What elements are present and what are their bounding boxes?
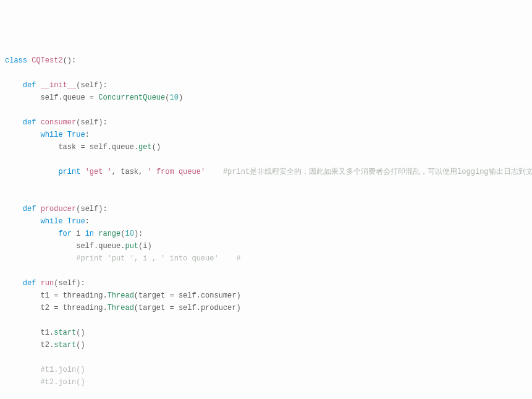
assign-t1: t1 = threading.Thread(target = self.cons… (5, 290, 532, 302)
fn-run: run (41, 279, 54, 288)
while-true-1: while True: (5, 129, 532, 141)
code-block: class CQTest2(): def __init__(self): sel… (5, 54, 532, 399)
kw-while: while (41, 131, 63, 139)
init-assign: self.queue = ConcurrentQueue(10) (5, 92, 532, 104)
call-start-1: start (54, 328, 76, 337)
comment-put: #print 'put ', i , ' into queue' # (76, 254, 240, 263)
def-producer: def producer(self): (5, 203, 532, 215)
t2-start: t2.start() (5, 339, 532, 351)
print-get: print 'get ', task, ' from queue' #print… (5, 166, 532, 178)
while-true-2: while True: (5, 215, 532, 228)
def-consumer: def consumer(self): (5, 116, 532, 129)
class-decl: class CQTest2(): (5, 54, 532, 67)
kw-class: class (5, 56, 27, 65)
t1-start: t1.start() (5, 327, 532, 339)
fn-init: __init__ (41, 81, 77, 90)
comment-t1join: #t1.join() (41, 366, 85, 374)
blank-line (5, 351, 532, 364)
blank-line (5, 314, 532, 327)
kw-def: def (23, 81, 36, 90)
call-concurrentqueue: ConcurrentQueue (98, 93, 165, 102)
blank-line (5, 104, 532, 116)
comment-t2: #t2.join() (5, 376, 532, 388)
call-thread-2: Thread (108, 304, 134, 312)
blank-line (5, 67, 532, 79)
blank-line (5, 178, 532, 191)
def-run: def run(self): (5, 277, 532, 290)
kw-in: in (85, 230, 94, 238)
call-get: get (138, 143, 152, 152)
param-self: self (80, 81, 98, 90)
def-init: def __init__(self): (5, 79, 532, 92)
for-loop: for i in range(10): (5, 228, 532, 240)
blank-line (5, 191, 532, 203)
comment-print: #print是非线程安全的，因此如果又多个消费者会打印混乱，可以使用loggin… (223, 168, 532, 176)
comment-put-line: #print 'put ', i , ' into queue' # (5, 252, 532, 265)
fn-consumer: consumer (41, 118, 77, 127)
fn-producer: producer (41, 205, 77, 213)
comment-t1: #t1.join() (5, 364, 532, 376)
blank-line (5, 388, 532, 399)
call-put: put (125, 242, 138, 251)
queue-put: self.queue.put(i) (5, 240, 532, 252)
call-thread-1: Thread (108, 291, 134, 300)
kw-print: print (58, 168, 80, 176)
class-name: CQTest2 (32, 56, 62, 65)
call-range: range (98, 230, 120, 238)
assign-task: task = self.queue.get() (5, 141, 532, 153)
call-start-2: start (54, 341, 76, 350)
assign-t2: t2 = threading.Thread(target = self.prod… (5, 302, 532, 314)
blank-line (5, 265, 532, 277)
blank-line (5, 153, 532, 166)
comment-t2join: #t2.join() (41, 378, 85, 387)
kw-for: for (58, 230, 72, 238)
